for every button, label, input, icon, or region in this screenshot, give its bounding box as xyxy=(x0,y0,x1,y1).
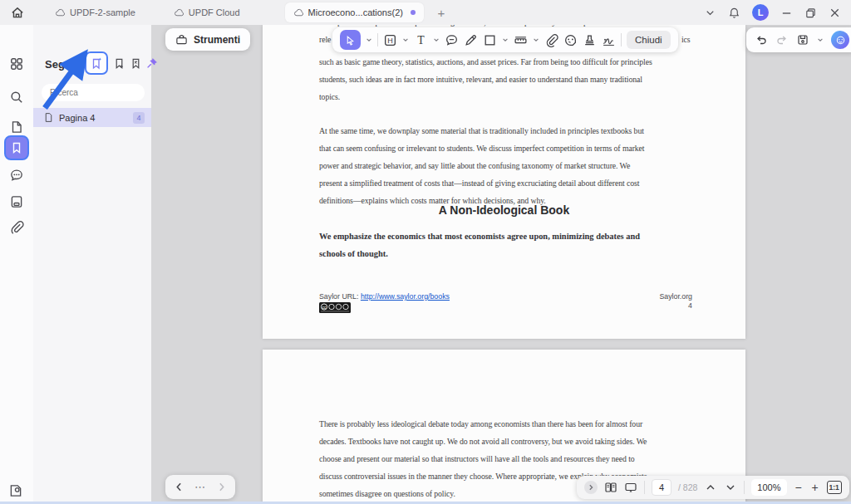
new-tab-button[interactable]: + xyxy=(434,6,449,20)
bookmark-label: Pagina 4 xyxy=(59,113,95,123)
attachment-tool-icon[interactable] xyxy=(544,33,558,47)
page-total-label: / 828 xyxy=(678,482,697,492)
status-divider xyxy=(644,481,645,494)
left-icon-rail xyxy=(0,25,33,504)
bookmarks-panel: Segnalibri Pagina 4 4 xyxy=(33,25,151,504)
highlight-tool-icon[interactable]: H xyxy=(383,33,397,47)
close-toolbar-button[interactable]: Chiudi xyxy=(627,31,671,49)
undo-icon[interactable] xyxy=(755,33,768,46)
more-pages-icon[interactable]: ⋯ xyxy=(194,481,206,493)
page-icon xyxy=(43,112,54,123)
delete-bookmark-icon[interactable] xyxy=(130,57,142,70)
text-line: topics. xyxy=(319,92,701,101)
signature-tool-icon[interactable] xyxy=(602,33,616,47)
select-tool-button-active[interactable] xyxy=(340,30,361,50)
redo-icon[interactable] xyxy=(775,33,789,46)
tab-microeconomics-active[interactable]: Microecono...cations(2) xyxy=(285,2,424,22)
chevron-down-icon[interactable] xyxy=(817,37,824,43)
chevron-down-icon[interactable] xyxy=(502,37,509,43)
previous-page-icon[interactable] xyxy=(704,481,717,494)
comments-icon[interactable] xyxy=(9,168,24,183)
zoom-level-value[interactable]: 100% xyxy=(751,479,786,496)
presentation-mode-icon[interactable] xyxy=(624,481,637,494)
actual-size-button[interactable]: 1:1 xyxy=(827,481,842,494)
pen-tool-icon[interactable] xyxy=(464,33,478,47)
ai-assistant-button[interactable] xyxy=(831,31,849,49)
chevron-down-icon[interactable] xyxy=(402,37,409,43)
text-line: power and strategic behavior, and say li… xyxy=(319,161,701,170)
organize-pages-icon[interactable] xyxy=(9,194,24,209)
app-grid-icon[interactable] xyxy=(9,56,24,71)
bold-text-line: We emphasize the economics that most eco… xyxy=(319,232,640,241)
text-line: on imperfect competition and price-setti… xyxy=(319,25,701,27)
bookmark-list-item-page4[interactable]: Pagina 4 4 xyxy=(33,108,151,127)
bookmark-search-input[interactable] xyxy=(42,84,145,101)
collapse-toolbar-icon[interactable] xyxy=(704,7,716,19)
text-fragment-right: ics xyxy=(681,35,715,44)
user-avatar[interactable]: L xyxy=(752,4,769,21)
home-icon[interactable] xyxy=(10,5,25,20)
reading-mode-icon[interactable] xyxy=(8,483,23,498)
footer-page-number: 4 xyxy=(688,301,692,310)
expand-statusbar-icon[interactable] xyxy=(584,481,598,494)
svg-text:T: T xyxy=(417,34,425,46)
chevron-down-icon[interactable] xyxy=(366,37,372,43)
tab-updf-cloud[interactable]: UPDF Cloud xyxy=(165,2,248,22)
text-line: There is probably less ideological debat… xyxy=(319,419,701,428)
restore-window-icon[interactable] xyxy=(804,7,817,19)
section-heading: A Non-Ideological Book xyxy=(263,203,745,217)
auto-bookmark-button-highlighted[interactable] xyxy=(85,51,108,75)
text-line: present a simplified treatment of costs … xyxy=(319,179,701,188)
annotation-toolbar: H T Chiudi xyxy=(332,27,678,52)
text-line: decades. Textbooks have not caught up. W… xyxy=(319,437,701,446)
comment-tool-icon[interactable] xyxy=(445,33,459,47)
attachments-paperclip-icon[interactable] xyxy=(9,220,24,235)
zoom-in-icon[interactable]: + xyxy=(810,481,820,494)
cc-license-badge: cc xyxy=(319,302,351,313)
ai-robot-icon xyxy=(835,35,846,46)
thumbnails-page-icon[interactable] xyxy=(9,120,24,135)
zoom-out-icon[interactable]: − xyxy=(794,481,804,494)
measure-tool-icon[interactable] xyxy=(514,33,528,47)
history-nav-pill: ⋯ xyxy=(165,475,235,499)
toolbar-divider xyxy=(621,33,622,46)
minimize-window-icon[interactable] xyxy=(780,7,793,19)
chevron-right-icon xyxy=(588,484,594,491)
two-page-view-icon[interactable] xyxy=(604,481,617,494)
text-tool-icon[interactable]: T xyxy=(414,33,428,47)
text-line: such as basic game theory, statistics, a… xyxy=(319,57,701,66)
pointer-cursor-icon xyxy=(345,35,356,46)
page-number-input[interactable] xyxy=(652,479,671,496)
tab-updf-2-sample[interactable]: UPDF-2-sample xyxy=(47,2,144,22)
close-window-icon[interactable] xyxy=(829,7,841,19)
pin-icon[interactable] xyxy=(145,57,158,70)
forward-icon[interactable] xyxy=(216,482,227,492)
add-bookmark-icon[interactable] xyxy=(113,57,125,70)
toolbox-icon xyxy=(175,33,188,46)
next-page-icon[interactable] xyxy=(724,481,737,494)
bookmarks-panel-button-selected[interactable] xyxy=(4,135,29,160)
back-icon[interactable] xyxy=(174,482,184,492)
svg-text:H: H xyxy=(387,36,393,44)
tab-label: UPDF-2-sample xyxy=(70,7,135,17)
toolbar-divider xyxy=(377,33,378,46)
chevron-down-icon[interactable] xyxy=(433,37,440,43)
cloud-icon xyxy=(55,7,66,18)
sticker-tool-icon[interactable] xyxy=(563,33,578,47)
footer-link[interactable]: http://www.saylor.org/books xyxy=(361,292,450,301)
tools-button[interactable]: Strumenti xyxy=(165,28,250,51)
quick-actions-toolbar xyxy=(746,27,851,52)
chevron-down-icon[interactable] xyxy=(533,37,539,43)
footer-url-line: Saylor URL: http://www.saylor.org/books xyxy=(319,292,450,301)
notifications-bell-icon[interactable] xyxy=(728,7,740,19)
unsaved-dot xyxy=(411,10,416,15)
titlebar-right-controls: L xyxy=(704,4,851,21)
save-icon[interactable] xyxy=(796,33,809,46)
bookmark-page-badge: 4 xyxy=(133,112,145,124)
search-icon[interactable] xyxy=(9,90,24,105)
bookmark-sparkle-icon xyxy=(90,56,103,70)
tab-label: Microecono...cations(2) xyxy=(308,7,403,17)
stamp-tool-icon[interactable] xyxy=(583,33,597,47)
text-line: At the same time, we downplay some mater… xyxy=(319,126,701,135)
shapes-tool-icon[interactable] xyxy=(483,33,497,47)
